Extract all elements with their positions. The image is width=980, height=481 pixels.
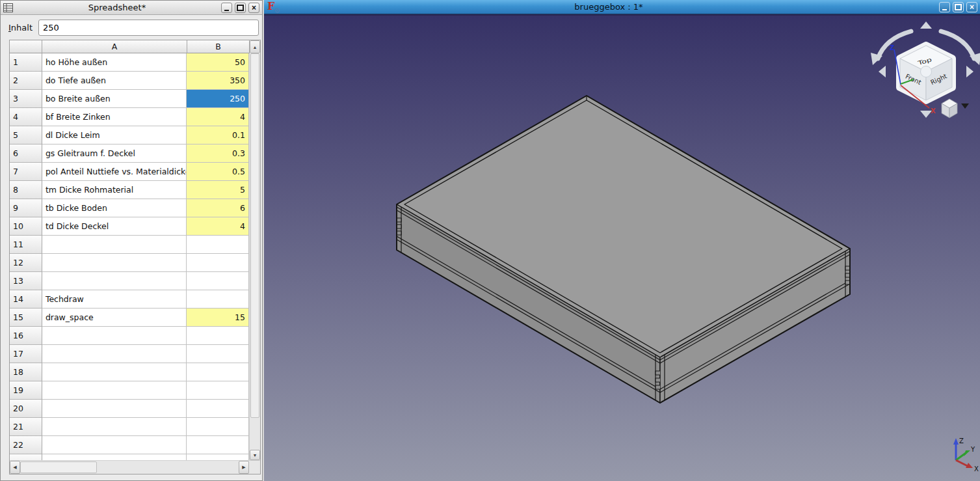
nav-cube-center[interactable] bbox=[921, 66, 932, 77]
3d-view-titlebar[interactable]: F ⚙ brueggebox : 1* × bbox=[264, 0, 980, 14]
row-header-1[interactable]: 1 bbox=[10, 53, 42, 72]
cell-A7[interactable]: pol Anteil Nuttiefe vs. Materialdicke bbox=[42, 163, 187, 181]
cell-A19[interactable] bbox=[42, 381, 187, 400]
horizontal-scrollbar[interactable]: ◀ ▶ bbox=[10, 460, 260, 474]
cell-B16[interactable] bbox=[187, 327, 249, 345]
content-label: Inhalt bbox=[8, 23, 33, 33]
cell-A18[interactable] bbox=[42, 363, 187, 381]
cell-B5[interactable]: 0.1 bbox=[187, 126, 249, 144]
cell-A12[interactable] bbox=[42, 254, 187, 272]
horizontal-scrollbar-track[interactable] bbox=[97, 461, 239, 474]
cell-A14[interactable]: Techdraw bbox=[42, 290, 187, 309]
cell-B20[interactable] bbox=[187, 400, 249, 418]
table-row: 3bo Breite außen250 bbox=[10, 90, 249, 108]
corner-header-cell[interactable] bbox=[10, 40, 42, 53]
row-header-7[interactable]: 7 bbox=[10, 163, 42, 181]
scroll-down-button[interactable]: ▼ bbox=[250, 450, 260, 460]
cell-B7[interactable]: 0.5 bbox=[187, 163, 249, 181]
cell-A11[interactable] bbox=[42, 236, 187, 254]
cell-B9[interactable]: 6 bbox=[187, 199, 249, 217]
row-header-8[interactable]: 8 bbox=[10, 181, 42, 199]
cell-A17[interactable] bbox=[42, 345, 187, 363]
cell-content-input[interactable] bbox=[38, 20, 259, 36]
cell-A8[interactable]: tm Dicke Rohmaterial bbox=[42, 181, 187, 199]
row-header-6[interactable]: 6 bbox=[10, 144, 42, 163]
cell-B14[interactable] bbox=[187, 290, 249, 309]
scroll-up-button[interactable]: ▲ bbox=[250, 40, 260, 53]
cell-A20[interactable] bbox=[42, 400, 187, 418]
maximize-icon bbox=[955, 4, 962, 10]
row-header-15[interactable]: 15 bbox=[10, 309, 42, 327]
y-axis-label: Y bbox=[970, 446, 975, 453]
row-header-4[interactable]: 4 bbox=[10, 108, 42, 126]
cell-A16[interactable] bbox=[42, 327, 187, 345]
cell-B11[interactable] bbox=[187, 236, 249, 254]
cell-A6[interactable]: gs Gleitraum f. Deckel bbox=[42, 144, 187, 163]
cell-B3[interactable]: 250 bbox=[187, 90, 249, 108]
horizontal-scrollbar-thumb[interactable] bbox=[20, 461, 97, 473]
minimize-button[interactable] bbox=[221, 3, 232, 13]
vertical-scrollbar[interactable]: ▼ bbox=[249, 53, 260, 460]
column-header-b[interactable]: B bbox=[187, 40, 250, 53]
cell-A9[interactable]: tb Dicke Boden bbox=[42, 199, 187, 217]
cell-B22[interactable] bbox=[187, 436, 249, 454]
row-header-23[interactable]: 23 bbox=[10, 454, 42, 460]
row-header-3[interactable]: 3 bbox=[10, 90, 42, 108]
cell-B15[interactable]: 15 bbox=[187, 309, 249, 327]
cell-A4[interactable]: bf Breite Zinken bbox=[42, 108, 187, 126]
maximize-button[interactable] bbox=[953, 2, 964, 12]
row-header-12[interactable]: 12 bbox=[10, 254, 42, 272]
scroll-right-button[interactable]: ▶ bbox=[239, 461, 249, 474]
cell-B23[interactable] bbox=[187, 454, 249, 460]
column-header-a[interactable]: A bbox=[42, 40, 187, 53]
cell-A15[interactable]: draw_space bbox=[42, 309, 187, 327]
cell-B8[interactable]: 5 bbox=[187, 181, 249, 199]
row-header-22[interactable]: 22 bbox=[10, 436, 42, 454]
row-header-18[interactable]: 18 bbox=[10, 363, 42, 381]
cell-A21[interactable] bbox=[42, 418, 187, 436]
row-header-13[interactable]: 13 bbox=[10, 272, 42, 290]
cell-A5[interactable]: dl Dicke Leim bbox=[42, 126, 187, 144]
x-axis-label: X bbox=[974, 465, 979, 473]
row-header-5[interactable]: 5 bbox=[10, 126, 42, 144]
cell-B4[interactable]: 4 bbox=[187, 108, 249, 126]
row-header-9[interactable]: 9 bbox=[10, 199, 42, 217]
cell-B1[interactable]: 50 bbox=[187, 53, 249, 72]
row-header-14[interactable]: 14 bbox=[10, 290, 42, 309]
vertical-scrollbar-track[interactable] bbox=[250, 418, 260, 450]
close-button[interactable]: × bbox=[248, 3, 259, 13]
scroll-left-button[interactable]: ◀ bbox=[10, 461, 20, 474]
row-header-21[interactable]: 21 bbox=[10, 418, 42, 436]
cell-A10[interactable]: td Dicke Deckel bbox=[42, 217, 187, 236]
cell-B2[interactable]: 350 bbox=[187, 72, 249, 90]
row-header-16[interactable]: 16 bbox=[10, 327, 42, 345]
row-header-10[interactable]: 10 bbox=[10, 217, 42, 236]
maximize-button[interactable] bbox=[235, 3, 246, 13]
row-header-17[interactable]: 17 bbox=[10, 345, 42, 363]
3d-viewport[interactable]: Top Front Right Z X bbox=[264, 14, 980, 481]
cell-A2[interactable]: do Tiefe außen bbox=[42, 72, 187, 90]
cell-A1[interactable]: ho Höhe außen bbox=[42, 53, 187, 72]
cell-B17[interactable] bbox=[187, 345, 249, 363]
cell-A3[interactable]: bo Breite außen bbox=[42, 90, 187, 108]
cell-B10[interactable]: 4 bbox=[187, 217, 249, 236]
table-row: 6gs Gleitraum f. Deckel0.3 bbox=[10, 144, 249, 163]
row-header-20[interactable]: 20 bbox=[10, 400, 42, 418]
cell-A23[interactable] bbox=[42, 454, 187, 460]
cell-B19[interactable] bbox=[187, 381, 249, 400]
cell-A13[interactable] bbox=[42, 272, 187, 290]
cell-B6[interactable]: 0.3 bbox=[187, 144, 249, 163]
cell-A22[interactable] bbox=[42, 436, 187, 454]
row-header-2[interactable]: 2 bbox=[10, 72, 42, 90]
row-header-19[interactable]: 19 bbox=[10, 381, 42, 400]
cell-B13[interactable] bbox=[187, 272, 249, 290]
vertical-scrollbar-thumb[interactable] bbox=[250, 53, 259, 418]
spreadsheet-titlebar[interactable]: Spreadsheet* × bbox=[1, 1, 262, 15]
cell-B12[interactable] bbox=[187, 254, 249, 272]
row-header-11[interactable]: 11 bbox=[10, 236, 42, 254]
close-button[interactable]: × bbox=[966, 2, 977, 12]
minimize-button[interactable] bbox=[939, 2, 950, 12]
cell-B21[interactable] bbox=[187, 418, 249, 436]
table-row: 9tb Dicke Boden6 bbox=[10, 199, 249, 217]
cell-B18[interactable] bbox=[187, 363, 249, 381]
